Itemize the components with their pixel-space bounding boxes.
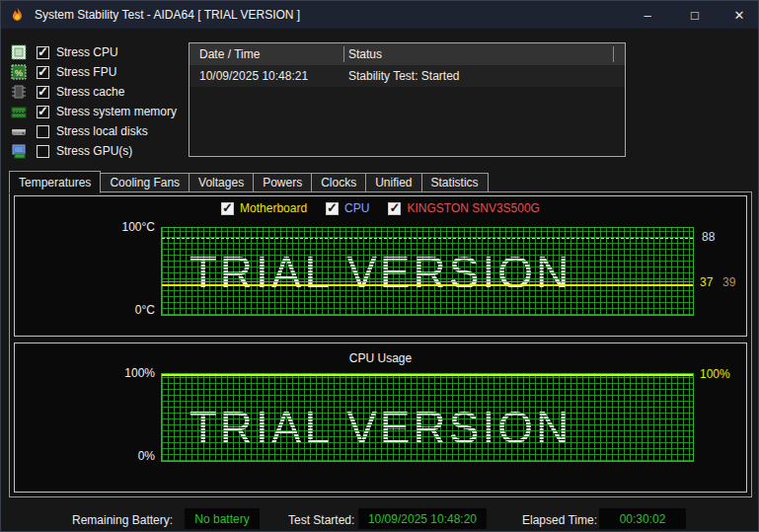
remaining-battery-value: No battery	[185, 508, 260, 529]
stress-option-disks[interactable]: Stress local disks	[11, 123, 148, 139]
svg-text:%: %	[15, 68, 23, 78]
stress-cpu-label: Stress CPU	[56, 45, 118, 59]
stress-option-gpu[interactable]: Stress GPU(s)	[11, 143, 132, 159]
trial-version-watermark: TRIAL VERSION	[15, 246, 746, 299]
log-column-divider	[343, 46, 344, 62]
cpu-temp-line	[162, 238, 693, 239]
ssd-label: KINGSTON SNV3S500G	[407, 201, 540, 215]
usage-axis-max: 100%	[70, 366, 155, 380]
stress-fpu-label: Stress FPU	[56, 65, 116, 79]
temperature-legend: Motherboard CPU KINGSTON SNV3S500G	[15, 201, 746, 215]
remaining-battery-label: Remaining Battery:	[72, 513, 173, 527]
cpu-checkbox[interactable]	[326, 202, 339, 215]
legend-item-motherboard[interactable]: Motherboard	[221, 201, 307, 215]
motherboard-label: Motherboard	[240, 201, 307, 215]
gpu-icon	[11, 143, 27, 159]
motherboard-checkbox[interactable]	[221, 202, 234, 215]
close-button[interactable]: ✕	[722, 1, 756, 29]
system-stability-test-window: System Stability Test - AIDA64 [ TRIAL V…	[0, 0, 759, 532]
cpu-label: CPU	[344, 201, 369, 215]
event-log: Date / Time Status 10/09/2025 10:48:21 S…	[189, 42, 626, 157]
tab-powers[interactable]: Powers	[254, 173, 312, 192]
temperature-chart-panel: Motherboard CPU KINGSTON SNV3S500G 100°C…	[14, 195, 747, 337]
tab-unified[interactable]: Unified	[366, 173, 421, 192]
stress-option-memory[interactable]: Stress system memory	[11, 104, 177, 119]
minimize-button[interactable]: –	[631, 1, 664, 29]
stress-cache-label: Stress cache	[56, 85, 124, 99]
temp-axis-min: 0°C	[70, 303, 155, 317]
log-column-divider	[613, 46, 614, 62]
ssd-checkbox[interactable]	[388, 202, 401, 215]
stress-cache-checkbox[interactable]	[37, 86, 49, 99]
test-started-label: Test Started:	[288, 513, 354, 527]
flame-icon	[9, 7, 26, 24]
disk-icon	[11, 123, 27, 139]
stress-gpu-checkbox[interactable]	[37, 145, 49, 158]
tab-statistics[interactable]: Statistics	[422, 173, 489, 192]
log-column-datetime[interactable]: Date / Time	[190, 47, 344, 61]
test-started-value: 10/09/2025 10:48:20	[358, 508, 487, 529]
maximize-button[interactable]: □	[678, 1, 712, 29]
stress-option-fpu[interactable]: % Stress FPU	[11, 64, 116, 80]
cpu-usage-value: 100%	[700, 367, 730, 381]
cpu-usage-chart-panel: CPU Usage 100% 0% 100% TRIAL VERSION	[14, 342, 747, 493]
cpu-usage-title: CPU Usage	[15, 351, 746, 365]
stress-option-cpu[interactable]: Stress CPU	[11, 44, 118, 60]
title-bar: System Stability Test - AIDA64 [ TRIAL V…	[1, 1, 759, 29]
stress-memory-label: Stress system memory	[56, 105, 177, 118]
tab-voltages[interactable]: Voltages	[190, 173, 254, 192]
log-column-status[interactable]: Status	[344, 47, 382, 61]
stress-memory-checkbox[interactable]	[37, 106, 49, 118]
tab-clocks[interactable]: Clocks	[312, 173, 366, 192]
window-title: System Stability Test - AIDA64 [ TRIAL V…	[35, 8, 300, 22]
cpu-usage-line	[162, 374, 693, 376]
cpu-icon	[11, 44, 27, 60]
memory-icon	[11, 104, 27, 119]
stress-fpu-checkbox[interactable]	[37, 66, 49, 79]
elapsed-time-value: 00:30:02	[599, 508, 686, 529]
stress-disks-checkbox[interactable]	[37, 125, 49, 138]
stress-option-cache[interactable]: Stress cache	[11, 84, 124, 100]
legend-item-cpu[interactable]: CPU	[326, 201, 369, 215]
log-row-status: Stability Test: Started	[344, 69, 460, 83]
cpu-temp-value: 88	[702, 230, 715, 244]
chart-tabs: Temperatures Cooling Fans Voltages Power…	[9, 170, 489, 192]
temp-axis-max: 100°C	[70, 220, 155, 234]
log-row[interactable]: 10/09/2025 10:48:21 Stability Test: Star…	[190, 65, 625, 87]
legend-item-ssd[interactable]: KINGSTON SNV3S500G	[388, 201, 540, 215]
log-row-datetime: 10/09/2025 10:48:21	[190, 69, 344, 83]
elapsed-time-label: Elapsed Time:	[522, 513, 597, 527]
stress-gpu-label: Stress GPU(s)	[56, 144, 132, 158]
trial-version-watermark: TRIAL VERSION	[15, 401, 746, 454]
stress-disks-label: Stress local disks	[56, 124, 148, 138]
stress-cpu-checkbox[interactable]	[37, 46, 49, 59]
tab-temperatures[interactable]: Temperatures	[9, 171, 101, 193]
cache-icon	[11, 84, 27, 100]
temperatures-tab-panel: Motherboard CPU KINGSTON SNV3S500G 100°C…	[9, 191, 752, 497]
fpu-icon: %	[11, 64, 27, 80]
event-log-header: Date / Time Status	[190, 43, 625, 65]
tab-cooling-fans[interactable]: Cooling Fans	[101, 173, 190, 192]
